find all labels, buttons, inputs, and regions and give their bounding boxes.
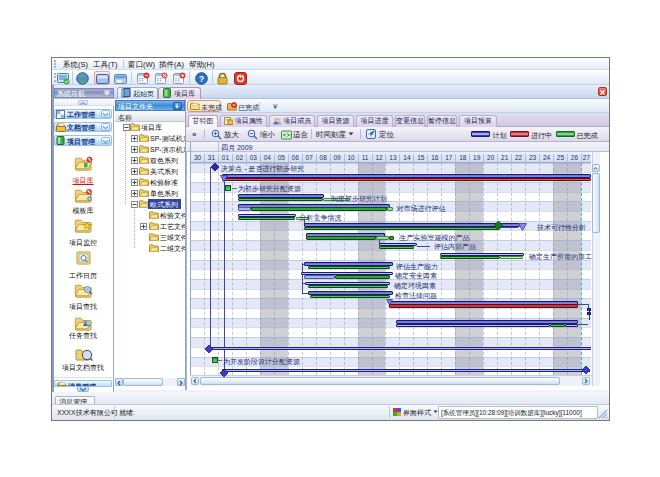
svg-text:?: ? xyxy=(198,73,203,83)
